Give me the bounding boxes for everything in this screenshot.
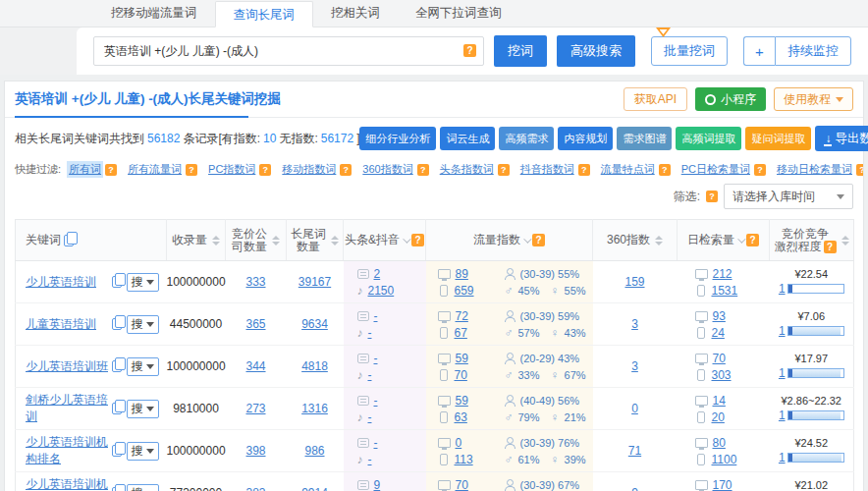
action-button-5[interactable]: 需求图谱 [617, 127, 672, 150]
chevron-down-icon[interactable] [403, 235, 410, 243]
action-button-7[interactable]: 疑问词提取 [745, 127, 811, 150]
douyin-index-link[interactable]: - [368, 368, 372, 382]
advanced-search-button[interactable]: 高级搜索 [557, 35, 635, 67]
filter-link[interactable]: 流量特点词 [599, 161, 657, 178]
pc-index-link[interactable]: 89 [456, 267, 468, 281]
daily-mobile-link[interactable]: 24 [712, 326, 725, 340]
filter-link[interactable]: 所有词 [67, 161, 103, 178]
search-dropdown-button[interactable]: 搜 [127, 442, 159, 461]
toutiao-index-link[interactable]: 2 [374, 267, 381, 281]
douyin-index-link[interactable]: - [368, 326, 372, 340]
tab-3[interactable]: 挖相关词 [313, 0, 398, 27]
longtail-count-link[interactable]: 9914 [301, 486, 328, 491]
help-icon[interactable]: ? [532, 234, 545, 246]
mobile-index-link[interactable]: 70 [455, 368, 467, 382]
index-360-link[interactable]: 3 [631, 317, 638, 331]
douyin-index-link[interactable]: - [368, 453, 372, 466]
help-icon[interactable]: ? [856, 164, 863, 176]
index-360-link[interactable]: 0 [631, 402, 638, 415]
action-button-2[interactable]: 词云生成 [440, 127, 495, 150]
chevron-down-icon[interactable] [523, 235, 531, 243]
daily-mobile-link[interactable]: 1531 [712, 284, 738, 298]
mobile-index-link[interactable]: 63 [455, 410, 467, 424]
index-360-link[interactable]: 3 [631, 359, 638, 373]
competition-level-link[interactable]: 1 [779, 324, 786, 338]
help-icon[interactable]: ? [824, 241, 837, 253]
filter-link[interactable]: 头条指数词 [438, 161, 496, 178]
filter-link[interactable]: 移动日检索量词 [775, 161, 854, 178]
add-monitor-button[interactable]: + [743, 36, 775, 66]
tutorial-button[interactable]: 使用教程 [774, 87, 853, 111]
bid-companies-link[interactable]: 344 [245, 359, 265, 373]
help-icon[interactable]: ? [259, 164, 271, 176]
copy-icon[interactable] [112, 487, 122, 491]
competition-level-link[interactable]: 1 [779, 282, 786, 296]
export-data-button[interactable]: ↓导出数据 [815, 126, 868, 151]
filter-link[interactable]: 抖音指数词 [518, 161, 576, 178]
daily-pc-link[interactable]: 70 [713, 352, 726, 365]
bid-companies-link[interactable]: 365 [245, 317, 265, 331]
mobile-index-link[interactable]: 67 [455, 326, 467, 340]
tab-1[interactable]: 挖移动端流量词 [93, 0, 215, 27]
douyin-index-link[interactable]: - [368, 410, 372, 424]
intake-time-select[interactable]: 请选择入库时间 [724, 184, 853, 209]
batch-dig-button[interactable]: 批量挖词 [651, 36, 728, 66]
chevron-down-icon[interactable] [737, 235, 745, 243]
dig-words-button[interactable]: 挖词 [494, 35, 547, 67]
search-dropdown-button[interactable]: 搜 [127, 357, 159, 376]
search-dropdown-button[interactable]: 搜 [127, 273, 159, 292]
keyword-link[interactable]: 儿童英语培训 [26, 316, 96, 333]
help-icon[interactable]: ? [105, 164, 117, 176]
keyword-link[interactable]: 少儿英语培训机构 [26, 476, 112, 491]
bid-companies-link[interactable]: 383 [245, 486, 265, 491]
filter-link[interactable]: 所有流量词 [126, 161, 184, 178]
longtail-count-link[interactable]: 39167 [298, 275, 331, 289]
daily-pc-link[interactable]: 170 [713, 478, 732, 491]
continuous-monitor-button[interactable]: 持续监控 [775, 36, 851, 66]
mobile-index-link[interactable]: 113 [455, 453, 473, 466]
help-icon[interactable]: ? [340, 164, 352, 176]
help-icon[interactable]: ? [746, 234, 759, 246]
filter-link[interactable]: PC指数词 [206, 161, 257, 178]
douyin-index-link[interactable]: 2150 [368, 284, 395, 298]
copy-icon[interactable] [112, 403, 122, 414]
bid-companies-link[interactable]: 333 [245, 275, 265, 289]
help-icon[interactable]: ? [754, 164, 766, 176]
daily-pc-link[interactable]: 80 [713, 436, 726, 450]
sort-icon[interactable] [331, 236, 339, 246]
copy-icon[interactable] [112, 445, 122, 457]
copy-icon[interactable] [112, 360, 122, 372]
pc-index-link[interactable]: 59 [456, 394, 468, 408]
get-api-button[interactable]: 获取API [624, 87, 687, 111]
keyword-input[interactable] [93, 36, 484, 66]
sort-icon[interactable] [272, 236, 280, 246]
sort-icon[interactable] [212, 236, 220, 246]
pc-index-link[interactable]: 59 [456, 352, 468, 365]
help-icon[interactable]: ? [463, 44, 476, 57]
search-dropdown-button[interactable]: 搜 [127, 400, 159, 418]
help-icon[interactable]: ? [578, 164, 590, 176]
search-dropdown-button[interactable]: 搜 [127, 484, 159, 491]
daily-pc-link[interactable]: 14 [713, 394, 726, 408]
longtail-count-link[interactable]: 9634 [301, 317, 328, 331]
competition-level-link[interactable]: 1 [779, 451, 786, 464]
help-icon[interactable]: ? [417, 164, 429, 176]
copy-icon[interactable] [64, 235, 74, 246]
miniprogram-button[interactable]: 小程序 [695, 87, 766, 111]
search-dropdown-button[interactable]: 搜 [127, 315, 159, 334]
keyword-link[interactable]: 剑桥少儿英语培训 [26, 392, 112, 425]
help-icon[interactable]: ? [498, 164, 510, 176]
filter-link[interactable]: PC日检索量词 [679, 161, 752, 178]
help-icon[interactable]: ? [186, 164, 197, 176]
mobile-index-link[interactable]: 659 [455, 284, 474, 298]
action-button-6[interactable]: 高频词提取 [676, 127, 741, 150]
daily-mobile-link[interactable]: 303 [712, 368, 732, 382]
sort-icon[interactable] [655, 236, 663, 246]
sort-icon[interactable] [841, 236, 849, 246]
action-button-1[interactable]: 细分行业分析 [359, 127, 436, 150]
help-icon[interactable]: ? [659, 164, 671, 176]
help-icon[interactable]: ? [706, 191, 718, 202]
bid-companies-link[interactable]: 273 [245, 402, 265, 415]
index-360-link[interactable]: 159 [624, 275, 644, 289]
pc-index-link[interactable]: 0 [456, 436, 462, 450]
